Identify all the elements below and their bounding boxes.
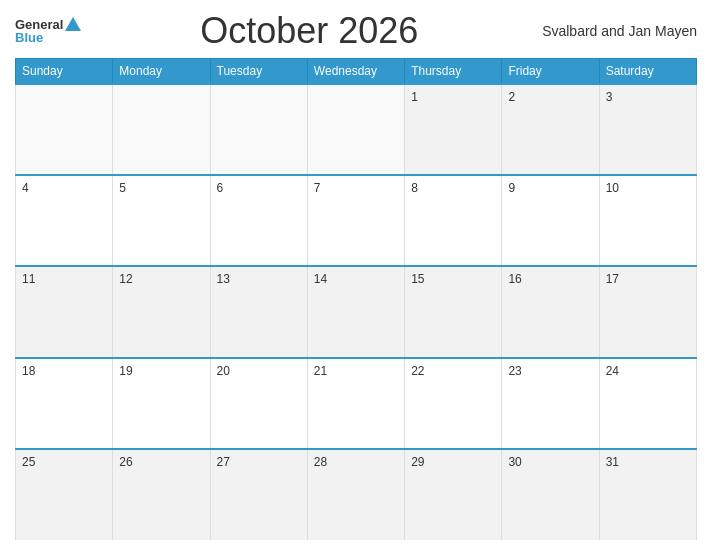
calendar-week-row: 123 bbox=[16, 84, 697, 175]
weekday-header-cell: Saturday bbox=[599, 59, 696, 85]
logo-blue: Blue bbox=[15, 31, 43, 44]
day-number: 31 bbox=[606, 455, 619, 469]
day-number: 4 bbox=[22, 181, 29, 195]
calendar-day-cell: 25 bbox=[16, 449, 113, 540]
day-number: 9 bbox=[508, 181, 515, 195]
calendar-day-cell: 13 bbox=[210, 266, 307, 357]
calendar-day-cell: 19 bbox=[113, 358, 210, 449]
day-number: 28 bbox=[314, 455, 327, 469]
day-number: 16 bbox=[508, 272, 521, 286]
calendar-day-cell: 12 bbox=[113, 266, 210, 357]
day-number: 25 bbox=[22, 455, 35, 469]
logo-inner: General Blue bbox=[15, 18, 81, 44]
calendar-day-cell: 27 bbox=[210, 449, 307, 540]
day-number: 15 bbox=[411, 272, 424, 286]
day-number: 27 bbox=[217, 455, 230, 469]
calendar-day-cell: 1 bbox=[405, 84, 502, 175]
day-number: 19 bbox=[119, 364, 132, 378]
day-number: 10 bbox=[606, 181, 619, 195]
day-number: 21 bbox=[314, 364, 327, 378]
weekday-header: SundayMondayTuesdayWednesdayThursdayFrid… bbox=[16, 59, 697, 85]
calendar-day-cell: 7 bbox=[307, 175, 404, 266]
day-number: 12 bbox=[119, 272, 132, 286]
weekday-header-cell: Tuesday bbox=[210, 59, 307, 85]
day-number: 26 bbox=[119, 455, 132, 469]
day-number: 30 bbox=[508, 455, 521, 469]
calendar-day-cell: 15 bbox=[405, 266, 502, 357]
calendar-day-cell: 21 bbox=[307, 358, 404, 449]
logo: General Blue bbox=[15, 18, 81, 44]
weekday-header-cell: Friday bbox=[502, 59, 599, 85]
day-number: 29 bbox=[411, 455, 424, 469]
weekday-header-cell: Sunday bbox=[16, 59, 113, 85]
day-number: 22 bbox=[411, 364, 424, 378]
day-number: 17 bbox=[606, 272, 619, 286]
day-number: 11 bbox=[22, 272, 35, 286]
calendar-day-cell bbox=[307, 84, 404, 175]
day-number: 3 bbox=[606, 90, 613, 104]
day-number: 6 bbox=[217, 181, 224, 195]
calendar-day-cell: 14 bbox=[307, 266, 404, 357]
calendar-day-cell: 4 bbox=[16, 175, 113, 266]
day-number: 2 bbox=[508, 90, 515, 104]
calendar-day-cell: 16 bbox=[502, 266, 599, 357]
calendar-day-cell: 11 bbox=[16, 266, 113, 357]
calendar-header: General Blue October 2026 Svalbard and J… bbox=[15, 10, 697, 52]
month-title: October 2026 bbox=[81, 10, 537, 52]
region-name: Svalbard and Jan Mayen bbox=[537, 23, 697, 39]
calendar-day-cell: 5 bbox=[113, 175, 210, 266]
calendar-day-cell bbox=[16, 84, 113, 175]
calendar-day-cell: 3 bbox=[599, 84, 696, 175]
day-number: 24 bbox=[606, 364, 619, 378]
logo-triangle-icon bbox=[65, 17, 81, 31]
calendar-week-row: 11121314151617 bbox=[16, 266, 697, 357]
calendar-day-cell: 8 bbox=[405, 175, 502, 266]
day-number: 13 bbox=[217, 272, 230, 286]
calendar-day-cell: 31 bbox=[599, 449, 696, 540]
weekday-header-cell: Thursday bbox=[405, 59, 502, 85]
calendar-body: 1234567891011121314151617181920212223242… bbox=[16, 84, 697, 540]
calendar-day-cell: 10 bbox=[599, 175, 696, 266]
calendar-day-cell: 6 bbox=[210, 175, 307, 266]
calendar-day-cell: 30 bbox=[502, 449, 599, 540]
calendar-day-cell: 26 bbox=[113, 449, 210, 540]
weekday-header-cell: Monday bbox=[113, 59, 210, 85]
calendar-day-cell: 24 bbox=[599, 358, 696, 449]
calendar-day-cell: 29 bbox=[405, 449, 502, 540]
calendar-day-cell: 28 bbox=[307, 449, 404, 540]
calendar-day-cell bbox=[113, 84, 210, 175]
day-number: 8 bbox=[411, 181, 418, 195]
calendar-day-cell: 2 bbox=[502, 84, 599, 175]
day-number: 14 bbox=[314, 272, 327, 286]
calendar-table: SundayMondayTuesdayWednesdayThursdayFrid… bbox=[15, 58, 697, 540]
calendar-day-cell: 9 bbox=[502, 175, 599, 266]
calendar-day-cell: 18 bbox=[16, 358, 113, 449]
calendar-day-cell bbox=[210, 84, 307, 175]
day-number: 20 bbox=[217, 364, 230, 378]
day-number: 7 bbox=[314, 181, 321, 195]
day-number: 1 bbox=[411, 90, 418, 104]
calendar-week-row: 18192021222324 bbox=[16, 358, 697, 449]
day-number: 18 bbox=[22, 364, 35, 378]
calendar-day-cell: 20 bbox=[210, 358, 307, 449]
day-number: 5 bbox=[119, 181, 126, 195]
calendar-week-row: 25262728293031 bbox=[16, 449, 697, 540]
calendar-day-cell: 23 bbox=[502, 358, 599, 449]
day-number: 23 bbox=[508, 364, 521, 378]
calendar-day-cell: 17 bbox=[599, 266, 696, 357]
weekday-header-cell: Wednesday bbox=[307, 59, 404, 85]
calendar-header-row: SundayMondayTuesdayWednesdayThursdayFrid… bbox=[16, 59, 697, 85]
calendar-day-cell: 22 bbox=[405, 358, 502, 449]
calendar-week-row: 45678910 bbox=[16, 175, 697, 266]
